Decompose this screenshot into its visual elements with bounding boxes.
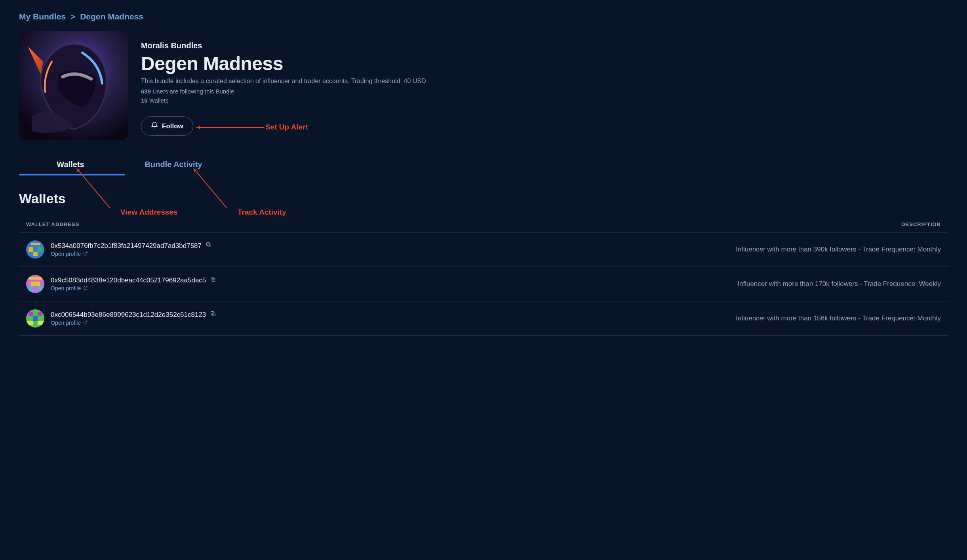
annotation-set-up-alert: Set Up Alert bbox=[265, 123, 308, 131]
svg-rect-4 bbox=[38, 247, 42, 252]
breadcrumb-separator: > bbox=[70, 12, 75, 21]
svg-rect-18 bbox=[33, 316, 38, 321]
wallet-address: 0xc006544b93e86e8999623c1d12d2e352c61c81… bbox=[51, 311, 206, 319]
svg-rect-5 bbox=[33, 252, 38, 257]
external-link-icon bbox=[83, 251, 88, 257]
wallet-address: 0x9c5083dd4838e120dbeac44c052179692aa5da… bbox=[51, 276, 206, 284]
wallets-stat: 15 Wallets bbox=[141, 97, 426, 104]
breadcrumb-current[interactable]: Degen Madness bbox=[80, 12, 143, 21]
wallet-avatar bbox=[26, 309, 44, 328]
col-header-description: DESCRIPTION bbox=[467, 217, 948, 232]
external-link-icon bbox=[83, 285, 88, 291]
table-row: 0x534a0076fb7c2b1f83fa21497429ad7ad3bd75… bbox=[19, 232, 948, 267]
wallet-address: 0x534a0076fb7c2b1f83fa21497429ad7ad3bd75… bbox=[51, 242, 202, 250]
wallet-description: Influencer with more than 390k followers… bbox=[467, 232, 948, 267]
svg-rect-11 bbox=[29, 286, 33, 291]
copy-icon[interactable] bbox=[210, 276, 216, 284]
open-profile-link[interactable]: Open profile bbox=[51, 251, 88, 257]
tab-wallets[interactable]: Wallets bbox=[19, 154, 122, 175]
copy-icon[interactable] bbox=[206, 242, 212, 250]
svg-rect-20 bbox=[38, 321, 44, 326]
followers-stat: 639 Users are following this Bundle bbox=[141, 88, 426, 95]
follow-button[interactable]: Follow bbox=[141, 116, 193, 136]
svg-rect-12 bbox=[38, 286, 42, 291]
col-header-address: WALLET ADDRESS bbox=[19, 217, 467, 232]
table-row: 0xc006544b93e86e8999623c1d12d2e352c61c81… bbox=[19, 301, 948, 336]
bundle-image bbox=[19, 31, 128, 140]
svg-rect-10 bbox=[31, 282, 40, 286]
svg-rect-16 bbox=[29, 312, 33, 316]
wallet-avatar bbox=[26, 240, 44, 259]
annotation-view-addresses: View Addresses bbox=[120, 208, 178, 217]
section-title: Wallets bbox=[19, 191, 948, 206]
breadcrumb-root[interactable]: My Bundles bbox=[19, 12, 66, 21]
svg-rect-9 bbox=[29, 277, 42, 280]
wallet-description: Influencer with more than 156k followers… bbox=[467, 301, 948, 336]
svg-rect-3 bbox=[29, 247, 33, 252]
svg-rect-2 bbox=[31, 243, 40, 245]
breadcrumb: My Bundles > Degen Madness bbox=[19, 12, 948, 21]
open-profile-link[interactable]: Open profile bbox=[51, 285, 88, 291]
bell-icon bbox=[151, 122, 158, 131]
tab-bundle-activity[interactable]: Bundle Activity bbox=[122, 154, 225, 175]
copy-icon[interactable] bbox=[210, 310, 216, 319]
annotation-track-activity: Track Activity bbox=[238, 208, 286, 217]
wallets-table: WALLET ADDRESS DESCRIPTION bbox=[19, 217, 948, 336]
bundle-overline: Moralis Bundles bbox=[141, 41, 426, 50]
svg-rect-17 bbox=[38, 312, 42, 316]
bundle-description: This bundle includes a curated selection… bbox=[141, 78, 426, 85]
open-profile-link[interactable]: Open profile bbox=[51, 320, 88, 326]
table-row: 0x9c5083dd4838e120dbeac44c052179692aa5da… bbox=[19, 267, 948, 301]
wallet-description: Influencer with more than 170k followers… bbox=[467, 267, 948, 301]
external-link-icon bbox=[83, 320, 88, 326]
svg-rect-19 bbox=[26, 321, 33, 326]
page-title: Degen Madness bbox=[141, 53, 426, 74]
wallet-avatar bbox=[26, 275, 44, 293]
